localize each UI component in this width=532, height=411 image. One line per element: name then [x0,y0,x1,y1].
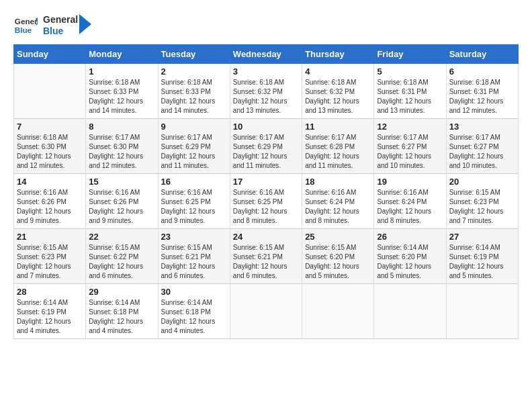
calendar-cell: 25 Sunrise: 6:15 AM Sunset: 6:20 PM Dayl… [302,229,374,284]
calendar-week-row: 1 Sunrise: 6:18 AM Sunset: 6:33 PM Dayli… [14,64,519,119]
day-number: 29 [89,287,154,297]
sunset-label: Sunset: 6:20 PM [305,253,355,261]
day-number: 8 [89,122,154,132]
day-number: 3 [233,66,299,77]
day-number: 2 [161,66,227,77]
daylight-label: Daylight: 12 hours and 5 minutes. [449,263,504,279]
sunrise-label: Sunrise: 6:14 AM [377,244,428,251]
sunrise-label: Sunrise: 6:15 AM [161,244,212,251]
day-number: 13 [449,122,515,132]
sunset-label: Sunset: 6:30 PM [89,143,138,150]
day-number: 1 [89,66,154,77]
day-number: 10 [233,122,299,132]
cell-info: Sunrise: 6:14 AM Sunset: 6:20 PM Dayligh… [377,243,443,281]
cell-info: Sunrise: 6:16 AM Sunset: 6:25 PM Dayligh… [161,188,227,226]
svg-text:Blue: Blue [15,26,32,34]
sunset-label: Sunset: 6:32 PM [233,88,283,95]
svg-text:General: General [15,17,38,26]
daylight-label: Daylight: 12 hours and 4 minutes. [161,318,216,334]
sunset-label: Sunset: 6:21 PM [233,253,283,261]
calendar-cell: 8 Sunrise: 6:17 AM Sunset: 6:30 PM Dayli… [86,119,158,174]
daylight-label: Daylight: 12 hours and 7 minutes. [449,208,504,224]
sunset-label: Sunset: 6:24 PM [377,198,427,205]
calendar-week-row: 21 Sunrise: 6:15 AM Sunset: 6:23 PM Dayl… [14,229,519,284]
cell-info: Sunrise: 6:15 AM Sunset: 6:21 PM Dayligh… [233,243,299,281]
sunset-label: Sunset: 6:29 PM [161,143,211,150]
svg-marker-3 [79,14,91,34]
sunset-label: Sunset: 6:31 PM [449,88,499,95]
calendar-cell [14,64,86,119]
sunset-label: Sunset: 6:28 PM [305,143,355,150]
sunrise-label: Sunrise: 6:17 AM [305,134,356,141]
calendar-cell: 3 Sunrise: 6:18 AM Sunset: 6:32 PM Dayli… [230,64,302,119]
day-number: 26 [377,232,443,242]
calendar-week-row: 7 Sunrise: 6:18 AM Sunset: 6:30 PM Dayli… [14,119,519,174]
calendar-cell [374,284,446,339]
calendar-cell: 19 Sunrise: 6:16 AM Sunset: 6:24 PM Dayl… [374,174,446,229]
daylight-label: Daylight: 12 hours and 7 minutes. [17,263,71,279]
daylight-label: Daylight: 12 hours and 11 minutes. [233,152,287,169]
cell-info: Sunrise: 6:17 AM Sunset: 6:27 PM Dayligh… [377,133,443,171]
sunset-label: Sunset: 6:23 PM [17,253,66,261]
sunset-label: Sunset: 6:25 PM [233,198,283,205]
logo-general: General [43,14,78,26]
day-number: 28 [17,287,83,297]
calendar-cell: 14 Sunrise: 6:16 AM Sunset: 6:26 PM Dayl… [14,174,86,229]
calendar-cell: 21 Sunrise: 6:15 AM Sunset: 6:23 PM Dayl… [14,229,86,284]
sunset-label: Sunset: 6:20 PM [377,253,427,261]
sunset-label: Sunset: 6:18 PM [161,308,211,316]
weekday-header-monday: Monday [86,45,158,64]
calendar-week-row: 28 Sunrise: 6:14 AM Sunset: 6:19 PM Dayl… [14,284,519,339]
day-number: 23 [161,232,227,242]
day-number: 27 [449,232,515,242]
calendar-cell: 30 Sunrise: 6:14 AM Sunset: 6:18 PM Dayl… [158,284,230,339]
day-number: 20 [449,177,515,187]
sunset-label: Sunset: 6:19 PM [17,308,66,316]
day-number: 24 [233,232,299,242]
sunrise-label: Sunrise: 6:17 AM [449,134,500,141]
daylight-label: Daylight: 12 hours and 9 minutes. [17,208,71,224]
calendar-cell: 13 Sunrise: 6:17 AM Sunset: 6:27 PM Dayl… [446,119,518,174]
cell-info: Sunrise: 6:17 AM Sunset: 6:28 PM Dayligh… [305,133,371,171]
daylight-label: Daylight: 12 hours and 12 minutes. [17,152,71,169]
cell-info: Sunrise: 6:15 AM Sunset: 6:22 PM Dayligh… [89,243,154,281]
cell-info: Sunrise: 6:15 AM Sunset: 6:23 PM Dayligh… [449,188,515,226]
calendar-cell: 16 Sunrise: 6:16 AM Sunset: 6:25 PM Dayl… [158,174,230,229]
daylight-label: Daylight: 12 hours and 10 minutes. [377,152,431,169]
calendar-cell: 17 Sunrise: 6:16 AM Sunset: 6:25 PM Dayl… [230,174,302,229]
weekday-header-wednesday: Wednesday [230,45,302,64]
sunrise-label: Sunrise: 6:14 AM [161,299,212,306]
calendar-cell: 5 Sunrise: 6:18 AM Sunset: 6:31 PM Dayli… [374,64,446,119]
cell-info: Sunrise: 6:18 AM Sunset: 6:33 PM Dayligh… [161,78,227,116]
sunrise-label: Sunrise: 6:17 AM [89,134,140,141]
weekday-header-tuesday: Tuesday [158,45,230,64]
calendar-cell: 11 Sunrise: 6:17 AM Sunset: 6:28 PM Dayl… [302,119,374,174]
calendar-cell: 22 Sunrise: 6:15 AM Sunset: 6:22 PM Dayl… [86,229,158,284]
sunrise-label: Sunrise: 6:18 AM [377,79,428,86]
weekday-header-thursday: Thursday [302,45,374,64]
sunrise-label: Sunrise: 6:17 AM [377,134,428,141]
sunrise-label: Sunrise: 6:16 AM [305,189,356,196]
cell-info: Sunrise: 6:16 AM Sunset: 6:26 PM Dayligh… [89,188,154,226]
daylight-label: Daylight: 12 hours and 8 minutes. [233,208,287,224]
sunrise-label: Sunrise: 6:14 AM [17,299,68,306]
sunrise-label: Sunrise: 6:16 AM [377,189,428,196]
weekday-header-sunday: Sunday [14,45,86,64]
cell-info: Sunrise: 6:14 AM Sunset: 6:19 PM Dayligh… [449,243,515,281]
calendar-cell: 29 Sunrise: 6:14 AM Sunset: 6:18 PM Dayl… [86,284,158,339]
daylight-label: Daylight: 12 hours and 12 minutes. [89,152,143,169]
sunrise-label: Sunrise: 6:17 AM [161,134,212,141]
cell-info: Sunrise: 6:15 AM Sunset: 6:21 PM Dayligh… [161,243,227,281]
sunrise-label: Sunrise: 6:18 AM [161,79,212,86]
sunrise-label: Sunrise: 6:18 AM [89,79,140,86]
sunset-label: Sunset: 6:23 PM [449,198,499,205]
daylight-label: Daylight: 12 hours and 6 minutes. [161,263,216,279]
daylight-label: Daylight: 12 hours and 11 minutes. [161,152,216,169]
calendar-cell [446,284,518,339]
sunrise-label: Sunrise: 6:17 AM [233,134,284,141]
sunset-label: Sunset: 6:30 PM [17,143,66,150]
weekday-header-row: SundayMondayTuesdayWednesdayThursdayFrid… [14,45,519,64]
sunrise-label: Sunrise: 6:15 AM [89,244,140,251]
daylight-label: Daylight: 12 hours and 4 minutes. [89,318,143,334]
day-number: 25 [305,232,371,242]
